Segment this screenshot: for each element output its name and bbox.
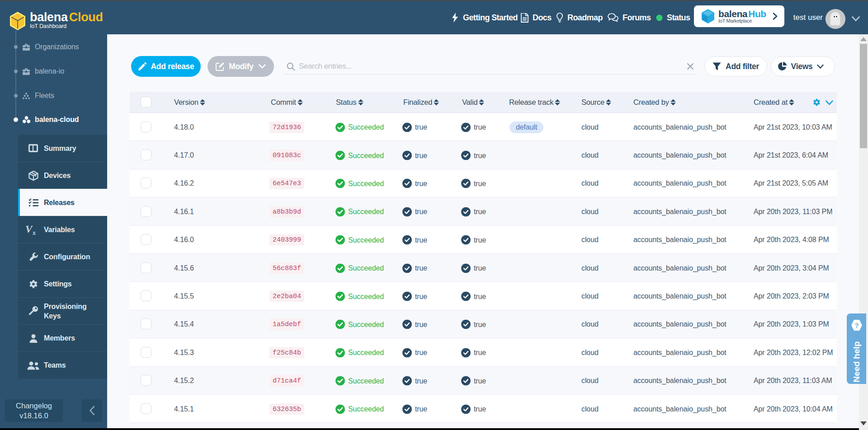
svg-text:?: ? xyxy=(854,322,859,329)
svg-text:x: x xyxy=(32,229,36,235)
svg-text:V: V xyxy=(25,224,33,235)
